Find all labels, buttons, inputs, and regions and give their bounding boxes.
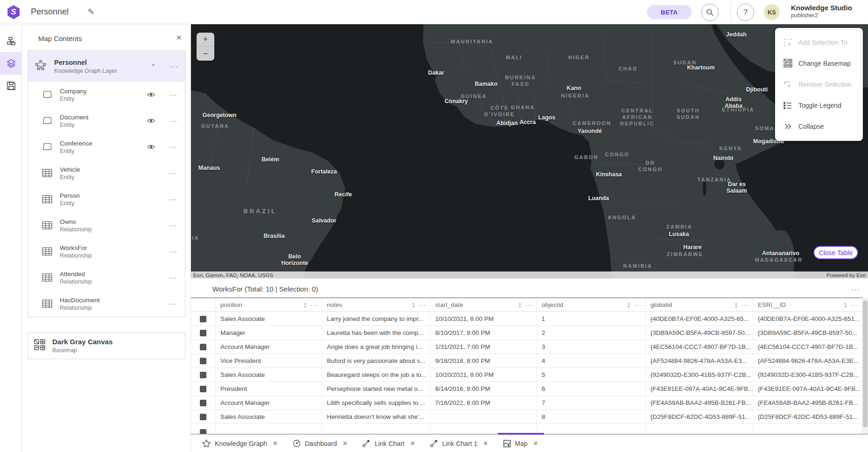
column-menu-icon[interactable]: ··· — [741, 301, 749, 308]
layer-item-document[interactable]: DocumentEntity··· — [28, 108, 185, 134]
save-button[interactable] — [0, 75, 22, 97]
tab-dashboard[interactable]: Dashboard✕ — [285, 435, 355, 452]
tab-map[interactable]: Map✕ — [496, 435, 546, 452]
sort-icon[interactable]: ▲▼ — [734, 302, 738, 308]
layer-name: Vehicle — [60, 166, 80, 173]
table-row-partial — [191, 424, 862, 434]
layer-options-icon[interactable]: ··· — [169, 90, 177, 98]
layer-options-icon[interactable]: ··· — [169, 221, 177, 229]
app-logo-icon[interactable]: S — [7, 5, 21, 19]
column-menu-icon[interactable]: ··· — [634, 301, 642, 308]
tab-close-icon[interactable]: ✕ — [342, 440, 347, 447]
column-menu-icon[interactable]: ··· — [525, 301, 533, 308]
row-checkbox[interactable] — [200, 316, 206, 322]
layer-item-conference[interactable]: ConferenceEntity··· — [28, 134, 185, 160]
basemap-card[interactable]: Dark Gray Canvas Basemap — [28, 332, 185, 359]
column-header-label: position — [220, 301, 242, 308]
cell-start_date: 10/10/2021, 8:00 PM — [430, 312, 537, 326]
topbar-divider — [730, 3, 731, 21]
column-header-objectid[interactable]: objectid▲▼··· — [537, 298, 646, 311]
layer-name: WorksFor — [60, 244, 92, 251]
tab-close-icon[interactable]: ✕ — [483, 440, 488, 447]
column-menu-icon[interactable]: ··· — [311, 301, 318, 308]
column-header-globalid[interactable]: globalid▲▼··· — [646, 298, 753, 311]
column-header-notes[interactable]: notes▲▼··· — [322, 298, 430, 311]
data-model-button[interactable] — [0, 30, 22, 52]
tab-label: Knowledge Graph — [215, 440, 267, 447]
layer-options-icon[interactable]: ··· — [169, 169, 177, 177]
layer-options-icon[interactable]: ··· — [169, 143, 177, 151]
country-label: GUYANA — [201, 123, 229, 129]
layer-options-icon[interactable]: ··· — [169, 273, 177, 281]
menu-item-basemap[interactable]: Change Basemap — [775, 53, 863, 74]
tab-close-icon[interactable]: ✕ — [273, 440, 278, 447]
table-scrollbar[interactable] — [862, 298, 868, 434]
sort-icon[interactable]: ▲▼ — [518, 302, 522, 308]
layer-item-vehicle[interactable]: VehicleEntity··· — [28, 160, 185, 186]
column-header-position[interactable]: position▲▼··· — [216, 298, 322, 311]
sort-icon[interactable]: ▲▼ — [627, 302, 630, 308]
row-checkbox[interactable] — [200, 429, 206, 434]
visibility-eye-icon[interactable] — [147, 91, 155, 99]
tab-link-chart-1[interactable]: Link Chart 1✕ — [423, 435, 495, 452]
layer-name: Owns — [60, 218, 92, 225]
layer-options-icon[interactable]: ··· — [169, 299, 177, 307]
visibility-eye-icon[interactable] — [147, 143, 155, 152]
layer-group-card: Personnel Knowledge Graph Layer ⌃ ··· Co… — [28, 50, 185, 317]
sort-icon[interactable]: ▲▼ — [412, 302, 415, 308]
tab-close-icon[interactable]: ✕ — [410, 440, 415, 447]
column-header-start_date[interactable]: start_date▲▼··· — [430, 298, 537, 311]
help-button[interactable]: ? — [737, 4, 754, 21]
tab-knowledge-graph[interactable]: Knowledge Graph✕ — [195, 435, 285, 452]
layer-item-owns[interactable]: OwnsRelationship··· — [28, 212, 185, 238]
layer-item-hasdocument[interactable]: HasDocumentRelationship··· — [28, 291, 185, 317]
zoom-out-button[interactable]: − — [197, 47, 214, 61]
row-checkbox[interactable] — [200, 386, 206, 392]
column-menu-icon[interactable]: ··· — [419, 301, 426, 308]
layer-options-icon[interactable]: ··· — [169, 195, 177, 203]
country-label: DR CONGO — [638, 160, 663, 173]
search-button[interactable] — [701, 4, 719, 21]
row-checkbox[interactable] — [200, 358, 206, 364]
layer-item-company[interactable]: CompanyEntity··· — [28, 82, 185, 108]
menu-item-collapse[interactable]: Collapse — [775, 116, 863, 137]
search-icon — [706, 8, 714, 16]
cell-esri_id: {D25F8DCF-62DC-4D53-889F-51... — [753, 410, 862, 424]
cell-esri_id — [753, 424, 862, 434]
table-options-icon[interactable]: ··· — [851, 285, 860, 293]
tab-link-chart[interactable]: Link Chart✕ — [355, 435, 423, 452]
row-checkbox[interactable] — [200, 344, 206, 350]
layer-item-person[interactable]: PersonEntity··· — [28, 186, 185, 212]
map-contents-button[interactable] — [0, 52, 22, 75]
sort-icon[interactable]: ▲▼ — [303, 302, 307, 308]
map-canvas[interactable]: MAURITANIAMALINIGERCHADSUDANGUINEABURKIN… — [191, 24, 868, 278]
sort-icon[interactable]: ▲▼ — [844, 302, 847, 308]
layer-item-attended[interactable]: AttendedRelationship··· — [28, 264, 185, 291]
zoom-in-button[interactable]: + — [197, 33, 214, 47]
chevron-up-icon[interactable]: ⌃ — [151, 63, 156, 70]
column-header-ESRI__ID[interactable]: ESRI__ID▲▼··· — [753, 298, 862, 311]
country-label: CHAD — [619, 65, 638, 72]
avatar[interactable]: KS — [764, 4, 780, 20]
row-checkbox[interactable] — [200, 414, 206, 420]
layer-item-worksfor[interactable]: WorksForRelationship··· — [28, 238, 185, 264]
tab-close-icon[interactable]: ✕ — [533, 440, 538, 447]
row-checkbox[interactable] — [200, 330, 206, 336]
edit-title-pencil-icon[interactable]: ✎ — [88, 7, 94, 17]
layer-group-header[interactable]: Personnel Knowledge Graph Layer ⌃ ··· — [28, 51, 185, 82]
row-checkbox[interactable] — [200, 400, 206, 406]
cell-position: President — [216, 382, 322, 396]
table-scrollbar-thumb[interactable] — [863, 300, 868, 427]
row-checkbox[interactable] — [200, 372, 206, 378]
layer-options-icon[interactable]: ··· — [169, 247, 177, 255]
view-tab-bar: Knowledge Graph✕Dashboard✕Link Chart✕Lin… — [191, 434, 868, 452]
table-row: Account ManagerAngie does a great job br… — [191, 340, 862, 354]
layer-group-menu-icon[interactable]: ··· — [170, 62, 178, 70]
visibility-eye-icon[interactable] — [147, 117, 155, 125]
close-table-button[interactable]: Close Table — [813, 246, 858, 259]
column-header-label: globalid — [650, 301, 672, 308]
column-menu-icon[interactable]: ··· — [851, 301, 858, 308]
menu-item-legend[interactable]: Toggle Legend — [775, 95, 863, 116]
layer-options-icon[interactable]: ··· — [169, 117, 177, 125]
panel-close-icon[interactable]: ✕ — [176, 34, 182, 42]
